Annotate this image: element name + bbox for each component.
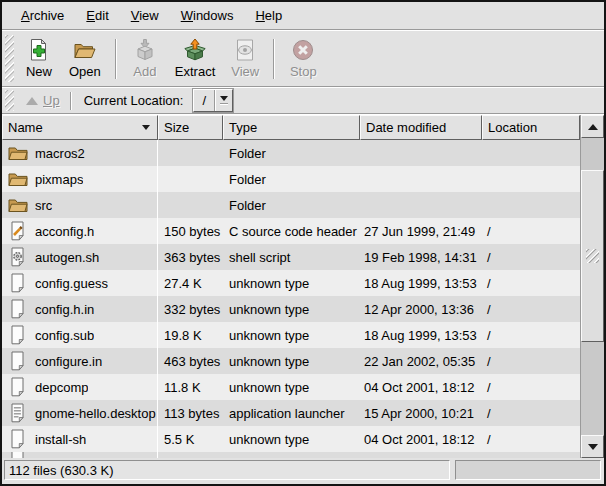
file-type: unknown type: [223, 374, 360, 400]
extract-button[interactable]: Extract: [167, 35, 223, 83]
file-date: 27 Jun 1999, 21:49: [360, 218, 482, 244]
toolbar: New Open Add: [2, 30, 604, 87]
file-type: application launcher: [223, 400, 360, 426]
location-bar-separator: [70, 92, 72, 110]
file-size: 150 bytes: [158, 218, 223, 244]
scrollbar-thumb-grip: [586, 249, 599, 263]
file-location: [482, 192, 580, 218]
table-row[interactable]: src Folder: [2, 192, 580, 218]
table-row[interactable]: depcomp 11.8 K unknown type 04 Oct 2001,…: [2, 374, 580, 400]
up-arrow-icon: [26, 97, 38, 105]
status-message: 112 files (630.3 K): [4, 460, 450, 480]
table-row[interactable]: autogen.sh 363 bytes shell script 19 Feb…: [2, 244, 580, 270]
file-date: 12 Apr 2000, 13:36: [360, 296, 482, 322]
table-row[interactable]: config.h.in 332 bytes unknown type 12 Ap…: [2, 296, 580, 322]
file-type: Folder: [223, 166, 360, 192]
file-size: [158, 192, 223, 218]
location-combo[interactable]: /: [193, 89, 233, 112]
table-row[interactable]: install-sh 5.5 K unknown type 04 Oct 200…: [2, 426, 580, 452]
column-header-name[interactable]: Name: [2, 115, 158, 140]
file-type: Folder: [223, 192, 360, 218]
file-date: 18 Aug 1999, 13:53: [360, 322, 482, 348]
file-type: Folder: [223, 140, 360, 166]
location-bar-drag-handle[interactable]: [5, 90, 14, 111]
file-location: /: [482, 218, 580, 244]
document-file-icon: [7, 273, 28, 293]
folder-icon: [7, 195, 28, 215]
file-date: 04 Oct 2001, 18:12: [360, 374, 482, 400]
extract-button-label: Extract: [175, 65, 215, 79]
scroll-down-icon: [588, 444, 598, 450]
table-row[interactable]: config.guess 27.4 K unknown type 18 Aug …: [2, 270, 580, 296]
file-location: [482, 140, 580, 166]
menu-archive[interactable]: Archive: [10, 4, 75, 27]
document-file-icon: [7, 452, 28, 458]
table-row[interactable]: pixmaps Folder: [2, 166, 580, 192]
status-secondary-pane: [455, 460, 601, 480]
new-button[interactable]: New: [17, 35, 61, 83]
file-size: 19.8 K: [158, 322, 223, 348]
file-list-area: Name Size Type Date modified Location ma…: [2, 114, 604, 457]
column-header-location[interactable]: Location: [482, 115, 580, 140]
file-type: C source code header: [223, 218, 360, 244]
column-header-date-modified[interactable]: Date modified: [360, 115, 482, 140]
file-size: 11.8 K: [158, 374, 223, 400]
scrollbar-track[interactable]: [581, 138, 604, 435]
file-name: config.guess: [35, 276, 108, 291]
open-button[interactable]: Open: [61, 35, 109, 83]
file-name: macros2: [35, 146, 85, 161]
column-header-type[interactable]: Type: [223, 115, 360, 140]
file-name: pixmaps: [35, 172, 83, 187]
menu-edit[interactable]: Edit: [75, 4, 119, 27]
file-size: 27.4 K: [158, 270, 223, 296]
shell-script-file-icon: [7, 247, 28, 267]
stop-button: Stop: [281, 35, 325, 83]
menu-help[interactable]: Help: [244, 4, 293, 27]
add-button: Add: [123, 35, 167, 83]
document-file-icon: [7, 377, 28, 397]
sort-indicator-icon[interactable]: [142, 125, 150, 130]
file-location: /: [482, 296, 580, 322]
file-date: 04 Oct 2001, 18:12: [360, 426, 482, 452]
table-row[interactable]: configure.in 463 bytes unknown type 22 J…: [2, 348, 580, 374]
table-row[interactable]: config.sub 19.8 K unknown type 18 Aug 19…: [2, 322, 580, 348]
toolbar-separator: [273, 39, 275, 79]
menu-view[interactable]: View: [120, 4, 170, 27]
file-location: /: [482, 426, 580, 452]
file-date: [360, 166, 482, 192]
file-type: unknown type: [223, 348, 360, 374]
table-row[interactable]: macros2 Folder: [2, 140, 580, 166]
file-date: 15 Apr 2000, 10:21: [360, 400, 482, 426]
vertical-scrollbar[interactable]: [580, 115, 604, 458]
file-location: [482, 166, 580, 192]
file-name: install-sh: [35, 432, 86, 447]
file-location: /: [482, 322, 580, 348]
file-type: shell script: [223, 244, 360, 270]
file-size: [158, 166, 223, 192]
column-header-size[interactable]: Size: [158, 115, 223, 140]
menu-windows[interactable]: Windows: [170, 4, 245, 27]
file-name: autogen.sh: [35, 250, 99, 265]
scrollbar-thumb[interactable]: [581, 170, 604, 342]
file-date: 22 Jan 2002, 05:35: [360, 348, 482, 374]
file-name: config.h.in: [35, 302, 94, 317]
desktop-launcher-file-icon: [7, 403, 28, 423]
file-size: 113 bytes: [158, 400, 223, 426]
file-location: /: [482, 374, 580, 400]
combo-dropdown-icon[interactable]: [216, 90, 232, 111]
open-archive-icon: [73, 38, 97, 62]
scrollbar-up-button[interactable]: [581, 115, 604, 138]
current-location-label: Current Location:: [84, 93, 184, 108]
scrollbar-down-button[interactable]: [581, 435, 604, 458]
stop-button-label: Stop: [290, 65, 317, 79]
open-button-label: Open: [69, 65, 101, 79]
folder-icon: [7, 169, 28, 189]
file-size: 332 bytes: [158, 296, 223, 322]
location-combo-value: /: [194, 90, 214, 111]
table-row[interactable]: gnome-hello.desktop 113 bytes applicatio…: [2, 400, 580, 426]
file-name: src: [35, 198, 52, 213]
file-name: config.sub: [35, 328, 94, 343]
file-date: [360, 192, 482, 218]
toolbar-drag-handle[interactable]: [5, 35, 14, 82]
table-row[interactable]: acconfig.h 150 bytes C source code heade…: [2, 218, 580, 244]
